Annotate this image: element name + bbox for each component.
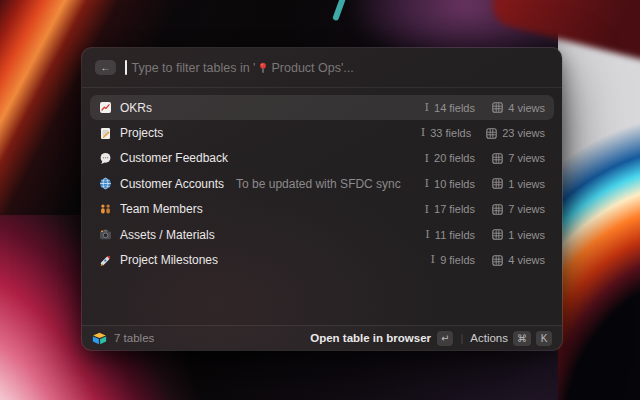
back-button[interactable]: ← xyxy=(95,60,116,75)
views-count: 7 views xyxy=(508,203,545,215)
fields-ibeam-icon: I xyxy=(424,153,429,165)
table-title: Projects xyxy=(120,126,163,140)
fields-ibeam-icon: I xyxy=(425,229,430,241)
text-cursor xyxy=(125,60,127,75)
tables-list: OKRs I 14 fields 4 views Projects I 33 f… xyxy=(82,88,562,273)
table-row[interactable]: Projects I 33 fields 23 views xyxy=(90,120,554,145)
views-count: 1 views xyxy=(508,229,545,241)
table-count: 7 tables xyxy=(114,332,154,344)
views-grid-icon xyxy=(492,153,503,164)
table-title: OKRs xyxy=(120,101,152,115)
views-grid-icon xyxy=(492,204,503,215)
footer-divider: | xyxy=(460,332,463,344)
views-count: 23 views xyxy=(502,127,545,139)
camera-icon xyxy=(99,228,112,241)
enter-key-badge: ↵ xyxy=(437,331,453,346)
open-table-in-browser-button[interactable]: Open table in browser ↵ xyxy=(310,331,453,346)
search-bar: ← Type to filter tables in 'Product Ops'… xyxy=(82,48,562,88)
rocket-icon xyxy=(99,254,112,267)
search-placeholder: Type to filter tables in 'Product Ops'..… xyxy=(132,61,354,75)
views-accessory: 7 views xyxy=(490,152,545,164)
fields-accessory: I 14 fields xyxy=(415,102,475,114)
fields-ibeam-icon: I xyxy=(431,254,436,266)
actions-label: Actions xyxy=(470,332,508,344)
table-row[interactable]: OKRs I 14 fields 4 views xyxy=(90,95,554,120)
search-input[interactable]: Type to filter tables in 'Product Ops'..… xyxy=(125,60,549,75)
views-accessory: 1 views xyxy=(490,178,545,190)
views-accessory: 1 views xyxy=(490,229,545,241)
fields-ibeam-icon: I xyxy=(424,204,429,216)
k-key-badge: K xyxy=(536,331,552,346)
table-title: Team Members xyxy=(120,202,203,216)
views-grid-icon xyxy=(492,229,503,240)
table-row[interactable]: Team Members I 17 fields 7 views xyxy=(90,197,554,222)
fields-accessory: I 20 fields xyxy=(415,152,475,164)
speech-balloon-icon xyxy=(99,152,112,165)
two-people-icon xyxy=(99,203,112,216)
footer-actions: Open table in browser ↵ | Actions ⌘ K xyxy=(310,331,552,346)
views-grid-icon xyxy=(492,102,503,113)
row-accessories: I 20 fields 7 views xyxy=(415,152,545,164)
fields-count: 20 fields xyxy=(434,152,475,164)
command-palette-window: ← Type to filter tables in 'Product Ops'… xyxy=(82,48,562,350)
actions-button[interactable]: Actions ⌘ K xyxy=(470,331,552,346)
views-accessory: 7 views xyxy=(490,203,545,215)
placeholder-text-before: Type to filter tables in ' xyxy=(132,61,256,75)
table-title: Customer Feedback xyxy=(120,151,228,165)
cmd-key-badge: ⌘ xyxy=(513,331,531,346)
fields-count: 11 fields xyxy=(435,229,475,241)
views-grid-icon xyxy=(492,178,503,189)
row-accessories: I 10 fields 1 views xyxy=(415,178,545,190)
row-accessories: I 17 fields 7 views xyxy=(415,203,545,215)
fields-count: 14 fields xyxy=(434,102,475,114)
table-row[interactable]: Customer Accounts To be updated with SFD… xyxy=(90,171,554,196)
wallpaper-right-stripes xyxy=(558,0,640,400)
fields-count: 33 fields xyxy=(430,127,471,139)
fields-accessory: I 11 fields xyxy=(415,229,475,241)
views-count: 4 views xyxy=(508,102,545,114)
chart-increasing-icon xyxy=(99,101,112,114)
row-accessories: I 14 fields 4 views xyxy=(415,102,545,114)
fields-count: 10 fields xyxy=(434,178,475,190)
fields-accessory: I 10 fields xyxy=(415,178,475,190)
table-row[interactable]: Project Milestones I 9 fields 4 views xyxy=(90,247,554,272)
fields-accessory: I 9 fields xyxy=(415,254,475,266)
views-count: 1 views xyxy=(508,178,545,190)
fields-ibeam-icon: I xyxy=(421,127,426,139)
views-accessory: 4 views xyxy=(490,102,545,114)
table-row[interactable]: Assets / Materials I 11 fields 1 views xyxy=(90,222,554,247)
views-grid-icon xyxy=(486,128,497,139)
airtable-logo-icon xyxy=(92,332,107,345)
placeholder-text-after: Product Ops'... xyxy=(271,61,353,75)
views-count: 7 views xyxy=(508,152,545,164)
fields-ibeam-icon: I xyxy=(424,102,429,114)
row-accessories: I 11 fields 1 views xyxy=(415,229,545,241)
fields-ibeam-icon: I xyxy=(424,178,429,190)
fields-count: 17 fields xyxy=(434,203,475,215)
views-grid-icon xyxy=(492,255,503,266)
table-title: Customer Accounts xyxy=(120,177,224,191)
fields-count: 9 fields xyxy=(440,254,475,266)
views-count: 4 views xyxy=(508,254,545,266)
round-pushpin-icon xyxy=(257,62,269,74)
table-title: Project Milestones xyxy=(120,253,218,267)
footer-bar: 7 tables Open table in browser ↵ | Actio… xyxy=(82,325,562,350)
globe-icon xyxy=(99,177,112,190)
row-accessories: I 9 fields 4 views xyxy=(415,254,545,266)
table-subtitle: To be updated with SFDC sync xyxy=(236,177,401,191)
views-accessory: 23 views xyxy=(486,127,545,139)
memo-icon xyxy=(99,127,112,140)
table-row[interactable]: Customer Feedback I 20 fields 7 views xyxy=(90,146,554,171)
fields-accessory: I 17 fields xyxy=(415,203,475,215)
row-accessories: I 33 fields 23 views xyxy=(411,127,545,139)
fields-accessory: I 33 fields xyxy=(411,127,471,139)
primary-action-label: Open table in browser xyxy=(310,332,431,344)
table-title: Assets / Materials xyxy=(120,228,215,242)
views-accessory: 4 views xyxy=(490,254,545,266)
